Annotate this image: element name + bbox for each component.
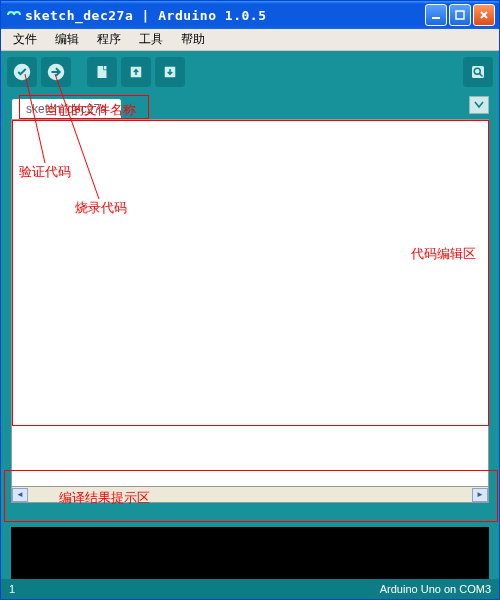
statusbar: 1 Arduino Uno on COM3 xyxy=(1,579,499,599)
scroll-left-button[interactable]: ◄ xyxy=(12,488,28,502)
menu-help[interactable]: 帮助 xyxy=(173,29,213,50)
close-button[interactable] xyxy=(473,4,495,26)
arduino-icon xyxy=(5,7,21,23)
message-bar xyxy=(1,503,499,525)
save-button[interactable] xyxy=(155,57,185,87)
window-title: sketch_dec27a | Arduino 1.0.5 xyxy=(25,8,425,23)
horizontal-scrollbar[interactable]: ◄ ► xyxy=(11,487,489,503)
minimize-button[interactable] xyxy=(425,4,447,26)
scroll-right-button[interactable]: ► xyxy=(472,488,488,502)
maximize-button[interactable] xyxy=(449,4,471,26)
verify-button[interactable] xyxy=(7,57,37,87)
window-buttons xyxy=(425,4,495,26)
editor-container: ◄ ► xyxy=(1,119,499,503)
upload-button[interactable] xyxy=(41,57,71,87)
svg-rect-1 xyxy=(456,11,464,19)
titlebar: sketch_dec27a | Arduino 1.0.5 xyxy=(1,1,499,29)
toolbar xyxy=(1,51,499,93)
tabbar: sketch_dec27a xyxy=(1,93,499,119)
code-editor[interactable] xyxy=(11,119,489,487)
tab-menu-button[interactable] xyxy=(469,96,489,114)
menu-tools[interactable]: 工具 xyxy=(131,29,171,50)
board-info: Arduino Uno on COM3 xyxy=(380,583,491,595)
svg-rect-4 xyxy=(98,66,107,78)
serial-monitor-button[interactable] xyxy=(463,57,493,87)
menu-file[interactable]: 文件 xyxy=(5,29,45,50)
menu-sketch[interactable]: 程序 xyxy=(89,29,129,50)
console-output[interactable] xyxy=(1,525,499,579)
new-button[interactable] xyxy=(87,57,117,87)
svg-rect-0 xyxy=(432,17,440,19)
sketch-tab[interactable]: sketch_dec27a xyxy=(11,98,122,119)
menubar: 文件 编辑 程序 工具 帮助 xyxy=(1,29,499,51)
line-number: 1 xyxy=(9,583,15,595)
app-window: sketch_dec27a | Arduino 1.0.5 文件 编辑 程序 工… xyxy=(0,0,500,600)
menu-edit[interactable]: 编辑 xyxy=(47,29,87,50)
open-button[interactable] xyxy=(121,57,151,87)
